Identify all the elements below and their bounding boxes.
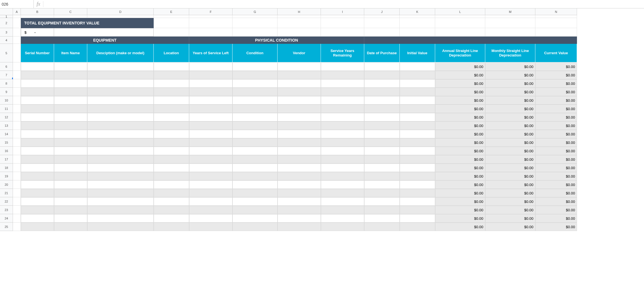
cell-a4[interactable] [13,37,21,44]
data-cell-r18-c9[interactable] [364,164,400,172]
data-cell-r9-c2[interactable] [54,88,87,96]
data-cell-r9-c13[interactable]: $0.00 [535,88,577,96]
data-cell-r11-c10[interactable] [400,105,435,113]
data-cell-r13-c11[interactable]: $0.00 [435,121,485,130]
row-header-18[interactable]: 18 [0,164,13,172]
cell-blank[interactable] [485,15,535,18]
data-cell-r22-c12[interactable]: $0.00 [485,197,535,206]
data-cell-r23-c4[interactable] [154,206,189,214]
data-cell-r16-c11[interactable]: $0.00 [435,147,485,155]
row-header-6[interactable]: 6 [0,62,13,71]
data-cell-r25-c10[interactable] [400,223,435,231]
formula-input[interactable] [43,0,644,8]
data-cell-r8-c2[interactable] [54,79,87,88]
data-cell-r15-c9[interactable] [364,138,400,147]
data-cell-r23-c3[interactable] [87,206,154,214]
data-cell-r13-c9[interactable] [364,121,400,130]
data-cell-r14-c10[interactable] [400,130,435,138]
data-cell-r15-c12[interactable]: $0.00 [485,138,535,147]
data-cell-r21-c13[interactable]: $0.00 [535,189,577,197]
grid-body[interactable]: TOTAL EQUIPMENT INVENTORY VALUE$-EQUIPME… [13,15,644,231]
data-cell-r13-c4[interactable] [154,121,189,130]
data-cell-r25-c13[interactable]: $0.00 [535,223,577,231]
data-cell-r16-c13[interactable]: $0.00 [535,147,577,155]
cell-a21[interactable] [13,189,21,197]
data-cell-r23-c2[interactable] [54,206,87,214]
data-cell-r6-c6[interactable] [232,62,278,71]
data-cell-r22-c8[interactable] [321,197,364,206]
data-cell-r15-c2[interactable] [54,138,87,147]
data-cell-r10-c2[interactable] [54,96,87,105]
data-cell-r8-c5[interactable] [189,79,232,88]
column-header-A[interactable]: A [13,8,21,15]
data-cell-r14-c6[interactable] [232,130,278,138]
data-cell-r22-c7[interactable] [278,197,321,206]
data-cell-r18-c11[interactable]: $0.00 [435,164,485,172]
cell-a22[interactable] [13,197,21,206]
data-cell-r14-c12[interactable]: $0.00 [485,130,535,138]
data-cell-r7-c10[interactable] [400,71,435,79]
data-cell-r10-c1[interactable] [21,96,54,105]
data-cell-r17-c12[interactable]: $0.00 [485,155,535,164]
data-cell-r25-c9[interactable] [364,223,400,231]
data-cell-r19-c12[interactable]: $0.00 [485,172,535,180]
cell-blank[interactable] [232,28,278,37]
data-cell-r18-c4[interactable] [154,164,189,172]
cell-blank[interactable] [400,28,435,37]
column-header-L[interactable]: L [435,8,485,15]
cell-blank[interactable] [21,15,54,18]
cell-a13[interactable] [13,121,21,130]
data-cell-r17-c2[interactable] [54,155,87,164]
data-cell-r7-c8[interactable] [321,71,364,79]
data-cell-r8-c6[interactable] [232,79,278,88]
row-header-15[interactable]: 15 [0,138,13,147]
cell-a16[interactable] [13,147,21,155]
cell-a20[interactable] [13,180,21,189]
data-cell-r14-c13[interactable]: $0.00 [535,130,577,138]
data-cell-r9-c8[interactable] [321,88,364,96]
cell-a14[interactable] [13,130,21,138]
row-header-21[interactable]: 21 [0,189,13,197]
cell-blank[interactable] [154,28,189,37]
cell-a6[interactable] [13,62,21,71]
data-cell-r10-c7[interactable] [278,96,321,105]
data-cell-r15-c1[interactable] [21,138,54,147]
data-cell-r25-c4[interactable] [154,223,189,231]
cell-blank[interactable] [364,15,400,18]
data-cell-r19-c8[interactable] [321,172,364,180]
row-header-11[interactable]: 11 [0,105,13,113]
data-cell-r17-c4[interactable] [154,155,189,164]
data-cell-r23-c10[interactable] [400,206,435,214]
data-cell-r16-c8[interactable] [321,147,364,155]
data-cell-r11-c13[interactable]: $0.00 [535,105,577,113]
data-cell-r10-c6[interactable] [232,96,278,105]
column-header-J[interactable]: J [364,8,400,15]
cell-blank[interactable] [435,18,485,28]
data-cell-r22-c6[interactable] [232,197,278,206]
data-cell-r24-c9[interactable] [364,214,400,223]
data-cell-r10-c12[interactable]: $0.00 [485,96,535,105]
cell-blank[interactable] [154,18,189,28]
data-cell-r11-c1[interactable] [21,105,54,113]
data-cell-r11-c9[interactable] [364,105,400,113]
cell-blank[interactable] [13,15,21,18]
data-cell-r18-c8[interactable] [321,164,364,172]
data-cell-r19-c9[interactable] [364,172,400,180]
data-cell-r16-c4[interactable] [154,147,189,155]
data-cell-r10-c3[interactable] [87,96,154,105]
data-cell-r19-c5[interactable] [189,172,232,180]
data-cell-r6-c10[interactable] [400,62,435,71]
data-cell-r18-c10[interactable] [400,164,435,172]
data-cell-r21-c3[interactable] [87,189,154,197]
data-cell-r20-c3[interactable] [87,180,154,189]
data-cell-r21-c6[interactable] [232,189,278,197]
data-cell-r6-c2[interactable] [54,62,87,71]
column-header-G[interactable]: G [232,8,278,15]
row-header-14[interactable]: 14 [0,130,13,138]
cell-a2[interactable] [13,18,21,28]
cell-blank[interactable] [278,15,321,18]
data-cell-r23-c1[interactable] [21,206,54,214]
data-cell-r9-c9[interactable] [364,88,400,96]
data-cell-r21-c1[interactable] [21,189,54,197]
data-cell-r18-c3[interactable] [87,164,154,172]
